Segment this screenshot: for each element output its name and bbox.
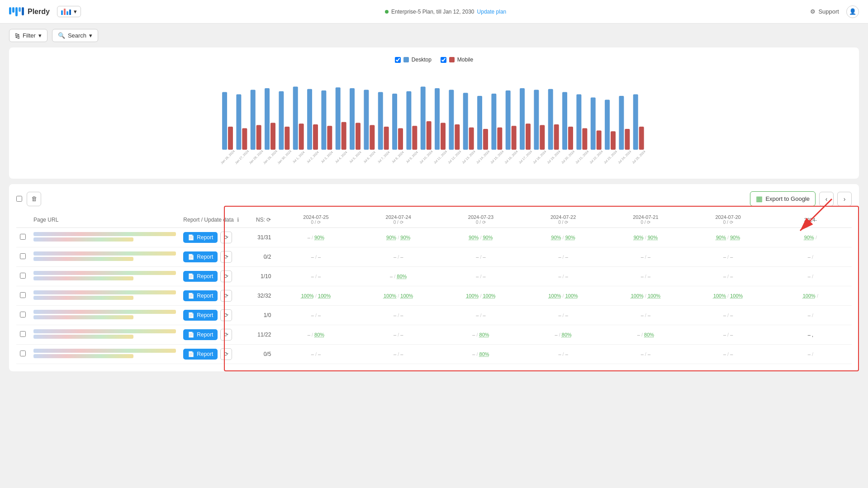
pct-value[interactable]: 100%	[318, 293, 331, 298]
pct-value[interactable]: 90%	[400, 235, 410, 240]
row-checkbox[interactable]	[20, 331, 26, 337]
report-button[interactable]: 📄 Report	[183, 232, 218, 243]
pct-value[interactable]: 100%	[301, 293, 314, 298]
date-cell: – /	[769, 267, 852, 286]
svg-rect-37	[398, 128, 403, 150]
pct-value[interactable]: 80%	[562, 332, 572, 337]
refresh-button[interactable]: ⟳	[220, 251, 232, 263]
svg-rect-45	[435, 88, 440, 150]
report-button[interactable]: 📄 Report	[183, 271, 218, 282]
refresh-button[interactable]: ⟳	[220, 232, 232, 243]
pct-value[interactable]: 100%	[631, 293, 644, 298]
url-line-1	[33, 251, 176, 256]
update-plan-link[interactable]: Update plan	[477, 9, 507, 15]
row-checkbox[interactable]	[20, 273, 26, 279]
pct-value[interactable]: 100%	[803, 293, 816, 298]
pct-value[interactable]: 100%	[730, 293, 743, 298]
row-checkbox[interactable]	[20, 292, 26, 298]
svg-rect-39	[406, 91, 411, 150]
pct-value[interactable]: 90%	[804, 235, 814, 240]
date-cell: 100% /	[769, 286, 852, 306]
row-checkbox[interactable]	[20, 312, 26, 317]
svg-text:Jul 20, 2024: Jul 20, 2024	[560, 150, 575, 164]
pct-value[interactable]: 90%	[634, 235, 644, 240]
report-button[interactable]: 📄 Report	[183, 290, 218, 301]
dash-value: –	[308, 235, 310, 240]
separator: /	[816, 235, 817, 240]
pct-value[interactable]: 100%	[466, 293, 479, 298]
pct-value[interactable]: 90%	[469, 235, 479, 240]
refresh-button[interactable]: ⟳	[220, 309, 232, 321]
report-doc-icon: 📄	[188, 254, 194, 260]
row-checkbox[interactable]	[20, 253, 26, 259]
pct-value[interactable]: 90%	[483, 235, 493, 240]
pct-value[interactable]: 90%	[565, 235, 575, 240]
select-all-checkbox[interactable]	[16, 196, 22, 202]
refresh-button[interactable]: ⟳	[220, 270, 232, 282]
report-button[interactable]: 📄 Report	[183, 251, 218, 262]
url-line-2	[33, 315, 133, 319]
pct-value[interactable]: 100%	[648, 293, 660, 298]
refresh-button[interactable]: ⟳	[220, 329, 232, 341]
pct-value[interactable]: 80%	[314, 332, 324, 337]
toolbar-right: ▦ Export to Google ‹ ›	[750, 191, 852, 206]
date-cell: – / –	[357, 247, 440, 267]
report-label: Report	[197, 234, 213, 241]
user-avatar[interactable]: 👤	[846, 5, 859, 18]
export-to-google-button[interactable]: ▦ Export to Google	[750, 191, 816, 206]
table-scroll-wrapper: Page URL Report / Update data ℹ NS: ⟳ 20…	[16, 212, 852, 364]
view-selector[interactable]: ▾	[57, 6, 81, 17]
pct-value[interactable]: 100%	[483, 293, 496, 298]
filter-icon: ⧎	[15, 32, 20, 39]
pct-value[interactable]: 100%	[713, 293, 726, 298]
dash-value: –	[483, 274, 486, 279]
pct-value[interactable]: 90%	[551, 235, 561, 240]
mobile-checkbox[interactable]	[441, 57, 446, 63]
svg-text:Jul 15, 2024: Jul 15, 2024	[490, 150, 504, 164]
dash-value: –	[558, 313, 561, 318]
report-button[interactable]: 📄 Report	[183, 349, 218, 360]
pct-value[interactable]: 100%	[400, 293, 413, 298]
pct-value[interactable]: 90%	[648, 235, 658, 240]
report-button[interactable]: 📄 Report	[183, 310, 218, 321]
search-button[interactable]: 🔍 Search ▾	[52, 29, 98, 42]
desktop-checkbox[interactable]	[395, 57, 401, 63]
pct-value[interactable]: 80%	[479, 332, 489, 337]
separator: /	[563, 313, 564, 318]
svg-rect-48	[449, 90, 454, 150]
pct-value[interactable]: 100%	[565, 293, 578, 298]
pct-value[interactable]: 80%	[479, 351, 489, 357]
report-button[interactable]: 📄 Report	[183, 329, 218, 340]
svg-rect-64	[526, 123, 531, 150]
refresh-button[interactable]: ⟳	[220, 348, 232, 360]
filter-button[interactable]: ⧎ Filter ▾	[9, 29, 47, 42]
svg-rect-49	[455, 124, 460, 150]
date-cell: – / –	[687, 306, 769, 325]
pct-value[interactable]: 80%	[397, 274, 407, 279]
pct-value[interactable]: 90%	[314, 235, 324, 240]
pct-value[interactable]: 90%	[716, 235, 726, 240]
refresh-button[interactable]: ⟳	[220, 290, 232, 302]
pct-value[interactable]: 90%	[730, 235, 740, 240]
dash-value: –	[476, 254, 479, 260]
table-row: 📄 Report ⟳ 0/2– / –– / –– / –– / –– / ––…	[16, 247, 852, 267]
svg-rect-72	[562, 92, 567, 150]
pct-value[interactable]: 90%	[386, 235, 396, 240]
row-checkbox[interactable]	[20, 351, 26, 356]
prev-page-button[interactable]: ‹	[819, 192, 834, 206]
top-navigation: Plerdy ▾ Enterprise-5 Plan, till Jan 12,…	[0, 0, 868, 24]
support-button[interactable]: ⚙ Support	[810, 8, 839, 15]
pct-value[interactable]: 100%	[384, 293, 396, 298]
cell-value: – ,	[808, 332, 813, 337]
row-checkbox[interactable]	[20, 234, 26, 240]
dash-value: –	[648, 351, 650, 357]
pct-value[interactable]: 80%	[644, 332, 654, 337]
next-page-button[interactable]: ›	[837, 192, 852, 206]
pct-value[interactable]: 100%	[548, 293, 561, 298]
chart-svg: Jan 26, 2024Jan 27, 2024Jan 28, 2024Jan …	[18, 68, 850, 168]
report-actions: 📄 Report ⟳	[183, 251, 248, 263]
url-cell	[30, 228, 180, 247]
date-sub-5: 0 / ⟳	[691, 220, 766, 225]
th-page-url: Page URL	[30, 212, 180, 228]
delete-button[interactable]: 🗑	[27, 192, 41, 206]
